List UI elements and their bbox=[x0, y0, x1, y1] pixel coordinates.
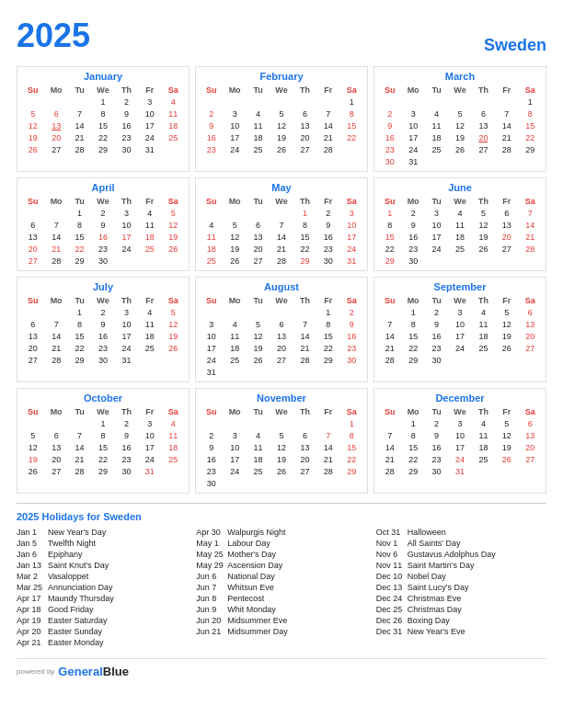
calendar-day: 17 bbox=[448, 330, 471, 342]
calendar-day: 7 bbox=[316, 429, 339, 441]
holiday-date: Apr 18 bbox=[17, 605, 44, 614]
calendar-day bbox=[247, 207, 270, 219]
holiday-name: Midsummer Eve bbox=[227, 616, 287, 625]
day-header: Th bbox=[472, 85, 495, 96]
holiday-name: Saint Martin's Day bbox=[408, 561, 475, 570]
holiday-name: Good Friday bbox=[48, 605, 94, 614]
calendar-day: 2 bbox=[340, 306, 363, 318]
calendar-day: 23 bbox=[115, 453, 138, 465]
day-header: Th bbox=[293, 85, 316, 96]
calendar-day: 23 bbox=[91, 342, 114, 354]
month-block-april: AprilSuMoTuWeThFrSa123456789101112131415… bbox=[17, 177, 190, 271]
day-header: Fr bbox=[495, 406, 518, 417]
holiday-date: Jun 20 bbox=[196, 616, 224, 625]
month-name: March bbox=[378, 71, 542, 82]
calendar-day: 17 bbox=[448, 441, 471, 453]
month-name: September bbox=[378, 281, 542, 292]
calendar-day: 19 bbox=[223, 243, 246, 255]
calendar-day: 22 bbox=[378, 243, 401, 255]
calendar-day: 5 bbox=[495, 417, 518, 429]
holiday-name: Labour Day bbox=[227, 539, 270, 548]
calendar-day: 3 bbox=[401, 108, 424, 119]
calendar-day: 8 bbox=[68, 219, 91, 231]
calendar-day bbox=[270, 306, 293, 318]
calendar-day: 4 bbox=[138, 207, 161, 219]
holiday-date: Jun 21 bbox=[196, 627, 224, 636]
calendar-day: 21 bbox=[44, 342, 67, 354]
day-header: Su bbox=[21, 406, 44, 417]
calendar-day: 15 bbox=[293, 231, 316, 243]
calendar-day bbox=[495, 155, 518, 167]
calendar-day: 12 bbox=[448, 119, 471, 131]
calendar-day bbox=[200, 417, 223, 429]
list-item: Dec 31New Year's Eve bbox=[376, 627, 546, 636]
calendar-day bbox=[200, 306, 223, 318]
calendar-day: 28 bbox=[293, 354, 316, 366]
calendar-day: 13 bbox=[44, 119, 67, 131]
calendar-day: 27 bbox=[519, 453, 542, 465]
calendar-day: 10 bbox=[223, 441, 246, 453]
calendar-day: 18 bbox=[472, 441, 495, 453]
list-item: Dec 13Saint Lucy's Day bbox=[376, 583, 546, 592]
calendar-day: 27 bbox=[293, 143, 316, 155]
calendar-day: 28 bbox=[316, 465, 339, 477]
calendar-day bbox=[162, 465, 185, 477]
calendar-day: 18 bbox=[247, 131, 270, 143]
holiday-date: Apr 17 bbox=[17, 594, 44, 603]
calendar-day: 11 bbox=[162, 108, 185, 119]
day-header: Th bbox=[293, 406, 316, 417]
calendar-day bbox=[448, 96, 471, 108]
calendar-day: 22 bbox=[340, 453, 363, 465]
day-header: Fr bbox=[495, 295, 518, 306]
calendar-day: 26 bbox=[495, 453, 518, 465]
calendar-day: 12 bbox=[162, 318, 185, 330]
holiday-column-col2: Apr 30Walpurgis NightMay 1Labour DayMay … bbox=[196, 528, 366, 649]
month-block-june: JuneSuMoTuWeThFrSa1234567891011121314151… bbox=[373, 177, 546, 271]
day-header: Mo bbox=[44, 406, 67, 417]
calendar-day: 16 bbox=[200, 453, 223, 465]
holiday-name: Easter Monday bbox=[48, 638, 104, 647]
day-header: Tu bbox=[425, 295, 448, 306]
calendar-day: 10 bbox=[340, 219, 363, 231]
calendar-day: 24 bbox=[223, 143, 246, 155]
day-header: Su bbox=[21, 196, 44, 207]
calendar-day bbox=[495, 465, 518, 477]
day-header: Tu bbox=[68, 196, 91, 207]
calendar-day bbox=[223, 96, 246, 108]
calendar-day: 29 bbox=[401, 354, 424, 366]
calendar-day: 10 bbox=[115, 219, 138, 231]
calendar-day bbox=[340, 366, 363, 378]
day-header: Th bbox=[472, 196, 495, 207]
calendar-day: 4 bbox=[425, 108, 448, 119]
day-header: Fr bbox=[138, 85, 161, 96]
holiday-name: Halloween bbox=[408, 528, 446, 537]
calendar-day: 19 bbox=[247, 342, 270, 354]
calendar-day: 6 bbox=[44, 429, 67, 441]
calendar-day: 11 bbox=[247, 441, 270, 453]
calendar-day bbox=[270, 477, 293, 489]
calendar-day: 9 bbox=[200, 441, 223, 453]
calendar-day bbox=[21, 417, 44, 429]
calendar-day: 23 bbox=[425, 453, 448, 465]
calendar-day: 22 bbox=[91, 453, 114, 465]
calendar-day: 5 bbox=[448, 108, 471, 119]
calendar-day: 4 bbox=[162, 96, 185, 108]
calendar-day: 7 bbox=[68, 429, 91, 441]
calendar-day bbox=[519, 155, 542, 167]
calendar-day: 29 bbox=[68, 354, 91, 366]
month-name: June bbox=[378, 182, 542, 193]
holiday-name: Vasaloppet bbox=[48, 572, 88, 581]
day-header: Sa bbox=[162, 196, 185, 207]
calendar-day: 20 bbox=[495, 231, 518, 243]
calendar-day: 11 bbox=[223, 330, 246, 342]
day-header: We bbox=[91, 196, 114, 207]
calendar-day: 3 bbox=[138, 417, 161, 429]
calendar-day: 10 bbox=[200, 330, 223, 342]
list-item: May 1Labour Day bbox=[196, 539, 366, 548]
calendar-day bbox=[270, 96, 293, 108]
calendar-day bbox=[223, 477, 246, 489]
list-item: Dec 25Christmas Day bbox=[376, 605, 546, 614]
calendar-day: 21 bbox=[293, 342, 316, 354]
day-header: We bbox=[91, 295, 114, 306]
calendar-day bbox=[340, 477, 363, 489]
